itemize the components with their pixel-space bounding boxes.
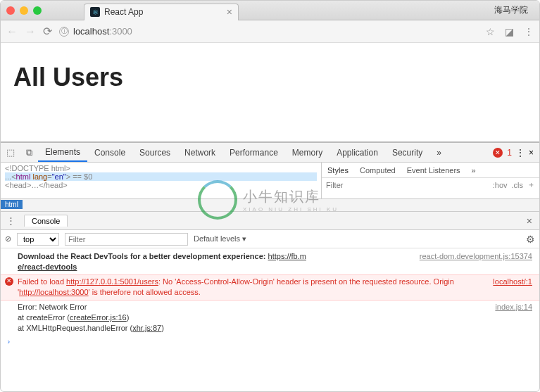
menu-icon[interactable]: ⋮ [524,26,534,37]
maximize-window[interactable] [33,6,42,15]
tab-elements[interactable]: Elements [38,143,87,162]
devtools-close-icon[interactable]: × [529,148,534,158]
dom-line-selected[interactable]: ...<html lang="en"> == $0 [5,172,317,181]
traffic-lights [6,6,42,15]
console-log: react-dom.development.js:15374 Download … [1,248,539,349]
page-content: All Users [1,43,539,141]
error-count-badge[interactable]: ✕ [493,148,503,158]
back-button[interactable]: ← [6,25,18,38]
drawer-close-icon[interactable]: × [520,215,539,227]
close-window[interactable] [6,6,15,15]
window-titlebar: ⚛ React App × 海马学院 [1,1,539,20]
titlebar-right-text: 海马学院 [494,4,534,16]
drawer-header: ⋮ Console × [1,212,539,230]
page-heading: All Users [13,63,527,92]
address-bar: ← → ⟳ ⓘ localhost:3000 ☆ ◪ ⋮ [1,20,539,43]
context-select[interactable]: top [17,233,59,246]
tab-sources[interactable]: Sources [132,143,177,162]
dom-line: <head>…</head> [5,181,317,189]
log-location[interactable]: react-dom.development.js:15374 [420,251,532,262]
tab-application[interactable]: Application [329,143,385,162]
error-count: 1 [507,148,512,158]
devtools-tabs: ⬚ ⧉ Elements Console Sources Network Per… [1,143,539,163]
forward-button[interactable]: → [25,25,36,38]
tab-security[interactable]: Security [385,143,429,162]
dom-line: <!DOCTYPE html> [5,164,317,172]
console-toolbar: ⊘ top Default levels ▾ ⚙ [1,230,539,248]
drawer-menu-icon[interactable]: ⋮ [1,215,21,226]
console-prompt[interactable]: › [1,336,539,348]
console-settings-icon[interactable]: ⚙ [526,234,535,245]
breadcrumb-html[interactable]: html [1,200,23,209]
tab-performance[interactable]: Performance [222,143,285,162]
url-input[interactable]: ⓘ localhost:3000 [59,26,479,37]
react-favicon: ⚛ [90,7,100,17]
drawer-console-tab[interactable]: Console [24,215,68,227]
url-host: localhost [73,26,109,37]
cls-toggle[interactable]: .cls [512,181,524,189]
extension-icon[interactable]: ◪ [505,26,514,37]
new-rule-icon[interactable]: ＋ [527,179,535,190]
tab-console[interactable]: Console [87,143,132,162]
close-tab-icon[interactable]: × [227,6,232,18]
log-info[interactable]: react-dom.development.js:15374 Download … [1,250,539,274]
tab-memory[interactable]: Memory [285,143,329,162]
device-icon[interactable]: ⧉ [20,147,38,158]
bookmark-icon[interactable]: ☆ [486,26,495,37]
log-location[interactable]: localhost/:1 [493,277,532,287]
computed-tab[interactable]: Computed [354,166,401,175]
tab-network[interactable]: Network [177,143,222,162]
styles-more[interactable]: » [466,166,482,175]
browser-tab[interactable]: ⚛ React App × [84,4,239,20]
devtools-panel: ⬚ ⧉ Elements Console Sources Network Per… [1,141,539,349]
levels-dropdown[interactable]: Default levels ▾ [194,234,246,244]
tab-title: React App [104,7,143,17]
listeners-tab[interactable]: Event Listeners [401,166,466,175]
url-port: :3000 [109,26,132,37]
styles-tab[interactable]: Styles [322,166,354,175]
log-trace[interactable]: index.js:14 Error: Network Error at crea… [1,301,539,336]
clear-console-icon[interactable]: ⊘ [5,234,11,244]
reload-button[interactable]: ⟳ [43,25,52,38]
hov-toggle[interactable]: :hov [493,181,508,189]
dom-tree[interactable]: <!DOCTYPE html> ...<html lang="en"> == $… [1,163,321,198]
info-icon[interactable]: ⓘ [59,27,69,37]
tabs-more[interactable]: » [429,143,448,162]
inspect-icon[interactable]: ⬚ [1,147,20,158]
minimize-window[interactable] [20,6,28,15]
log-location[interactable]: index.js:14 [495,302,532,312]
log-error[interactable]: ✕ localhost/:1 Failed to load http://127… [1,274,539,301]
error-icon: ✕ [5,277,13,286]
console-filter-input[interactable] [65,233,188,246]
styles-pane: Styles Computed Event Listeners » :hov .… [321,163,539,198]
devtools-menu-icon[interactable]: ⋮ [516,148,525,158]
styles-filter-input[interactable] [326,181,361,189]
